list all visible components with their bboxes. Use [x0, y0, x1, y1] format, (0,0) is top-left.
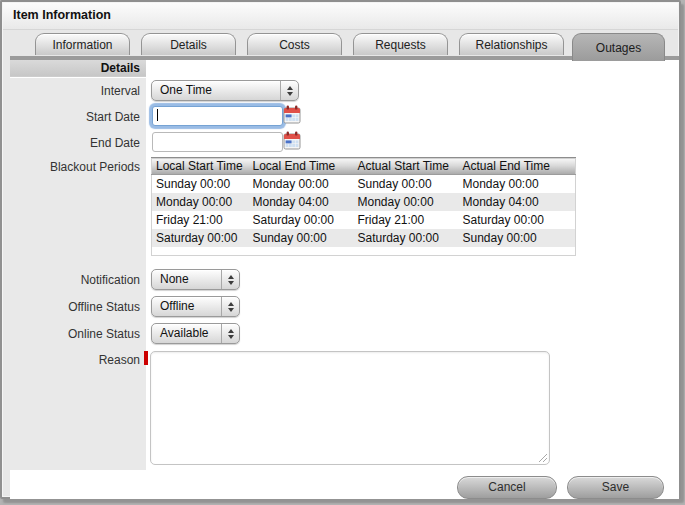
tab-label: Outages — [596, 41, 641, 55]
save-button[interactable]: Save — [567, 476, 664, 499]
table-cell: Sunday 00:00 — [354, 175, 459, 194]
offline-status-label: Offline Status — [10, 300, 140, 314]
up-down-arrows-icon — [280, 81, 298, 100]
offline-status-select[interactable]: Offline — [151, 296, 240, 317]
table-cell: Monday 00:00 — [354, 193, 459, 211]
page-title: Item Information — [13, 8, 111, 22]
interval-select[interactable]: One Time — [151, 80, 299, 101]
table-header-row: Local Start Time Local End Time Actual S… — [152, 158, 576, 175]
start-date-label: Start Date — [10, 110, 140, 124]
table-cell: Saturday 00:00 — [152, 229, 249, 247]
reason-label: Reason — [10, 353, 140, 367]
tab-outages[interactable]: Outages — [572, 33, 665, 61]
tab-details[interactable]: Details — [141, 33, 236, 55]
tab-relationships[interactable]: Relationships — [459, 33, 564, 55]
tab-label: Relationships — [475, 38, 547, 52]
item-information-window: Item Information Information Details Cos… — [0, 0, 681, 499]
interval-select-value: One Time — [152, 81, 280, 100]
table-row[interactable]: Monday 00:00 Monday 04:00 Monday 00:00 M… — [152, 193, 576, 211]
tab-label: Costs — [279, 38, 310, 52]
table-cell: Friday 21:00 — [354, 211, 459, 229]
table-row[interactable]: Friday 21:00 Saturday 00:00 Friday 21:00… — [152, 211, 576, 229]
table-cell: Sunday 00:00 — [249, 229, 354, 247]
tab-costs[interactable]: Costs — [247, 33, 342, 55]
table-cell: Monday 00:00 — [152, 193, 249, 211]
tab-label: Requests — [375, 38, 426, 52]
up-down-arrows-icon — [221, 270, 239, 289]
resize-grip-icon[interactable] — [537, 452, 547, 462]
tab-label: Details — [170, 38, 207, 52]
column-header: Local Start Time — [152, 158, 249, 175]
table-cell: Saturday 00:00 — [249, 211, 354, 229]
table-spacer-row — [152, 247, 576, 256]
calendar-icon[interactable] — [283, 105, 301, 124]
up-down-arrows-icon — [221, 324, 239, 343]
table-cell: Friday 21:00 — [152, 211, 249, 229]
blackout-periods-table: Local Start Time Local End Time Actual S… — [151, 157, 576, 256]
required-marker — [144, 351, 148, 365]
table-row[interactable]: Saturday 00:00 Sunday 00:00 Saturday 00:… — [152, 229, 576, 247]
calendar-icon[interactable] — [283, 131, 301, 150]
reason-field-frame — [150, 351, 550, 465]
blackout-periods-label: Blackout Periods — [10, 160, 140, 174]
table-cell: Saturday 00:00 — [459, 211, 576, 229]
text-cursor — [157, 109, 158, 121]
section-header: Details — [10, 60, 146, 77]
cancel-button[interactable]: Cancel — [457, 476, 557, 499]
table-cell: Monday 00:00 — [249, 175, 354, 194]
table-cell: Sunday 00:00 — [459, 229, 576, 247]
column-header: Actual Start Time — [354, 158, 459, 175]
notification-label: Notification — [10, 273, 140, 287]
end-date-label: End Date — [10, 136, 140, 150]
reason-textarea[interactable] — [153, 354, 547, 462]
online-status-label: Online Status — [10, 327, 140, 341]
end-date-input[interactable] — [152, 132, 283, 152]
table-row[interactable]: Sunday 00:00 Monday 00:00 Sunday 00:00 M… — [152, 175, 576, 194]
tab-requests[interactable]: Requests — [353, 33, 448, 55]
offline-status-select-value: Offline — [152, 297, 221, 316]
tab-label: Information — [52, 38, 112, 52]
start-date-input[interactable] — [152, 106, 283, 126]
up-down-arrows-icon — [221, 297, 239, 316]
interval-label: Interval — [10, 84, 140, 98]
tab-information[interactable]: Information — [35, 33, 130, 55]
table-cell: Saturday 00:00 — [354, 229, 459, 247]
column-header: Local End Time — [249, 158, 354, 175]
table-cell: Monday 04:00 — [249, 193, 354, 211]
notification-select-value: None — [152, 270, 221, 289]
table-cell: Monday 00:00 — [459, 175, 576, 194]
notification-select[interactable]: None — [151, 269, 240, 290]
table-cell: Monday 04:00 — [459, 193, 576, 211]
window-titlebar: Item Information — [3, 3, 678, 30]
online-status-select-value: Available — [152, 324, 221, 343]
online-status-select[interactable]: Available — [151, 323, 240, 344]
column-header: Actual End Time — [459, 158, 576, 175]
table-cell: Sunday 00:00 — [152, 175, 249, 194]
